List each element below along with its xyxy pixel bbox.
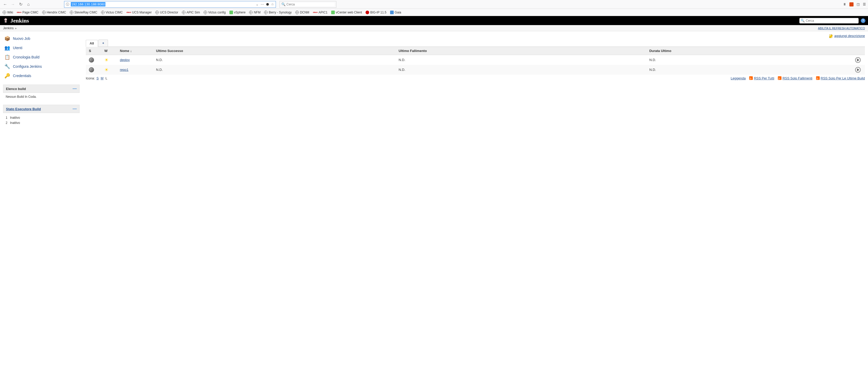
bookmark-apic1[interactable]: ciscoAPIC1	[313, 10, 328, 14]
main-content: aggiungi descrizione All + S W Nome ↓ Ul…	[83, 31, 868, 130]
svg-point-2	[6, 19, 6, 20]
rss-latest-link[interactable]: RSS Solo Per Le Ultime Build	[816, 76, 865, 80]
browser-search[interactable]: 🔍	[280, 1, 336, 8]
tabs: All +	[86, 39, 865, 47]
status-ball-icon[interactable]	[89, 57, 94, 63]
jenkins-title: Jenkins	[10, 17, 29, 24]
bookmark-dcnm[interactable]: DCNM	[295, 10, 309, 14]
build-button[interactable]	[855, 67, 861, 73]
jenkins-search-box[interactable]: 🔍	[799, 18, 859, 24]
col-last-duration[interactable]: Durata Ultimo	[646, 47, 852, 55]
history-icon: 📋	[4, 54, 10, 60]
url-text: 192.168.130.188:8080	[71, 2, 105, 6]
col-last-success[interactable]: Ultimo Successo	[153, 47, 396, 55]
bookmark-ucs-manager[interactable]: ciscoUCS Manager	[126, 10, 152, 14]
bookmark-apic-sim[interactable]: APIC Sim	[182, 10, 200, 14]
info-icon[interactable]: ⓘ	[66, 2, 69, 7]
menu-icon[interactable]: ☰	[863, 2, 866, 6]
library-icon[interactable]: ⏸	[843, 2, 846, 6]
bookmark-vsphere[interactable]: vSphere	[229, 10, 246, 14]
bookmark-hendrix[interactable]: Hendrix CIMC	[42, 10, 66, 14]
sidebar-build-history[interactable]: 📋Cronologia Build	[3, 53, 80, 62]
col-name[interactable]: Nome ↓	[117, 47, 153, 55]
bookmark-victus-cimc[interactable]: Victus CIMC	[101, 10, 123, 14]
sidebar-new-job[interactable]: 📦Nuovo Job	[3, 34, 80, 43]
globe-icon	[155, 10, 159, 14]
vcenter-icon	[331, 10, 335, 14]
col-status[interactable]: S	[86, 47, 101, 55]
table-row: ☀ repo1 N.D. N.D. N.D.	[86, 65, 865, 75]
sun-icon[interactable]: ☀	[104, 67, 108, 73]
executor-title[interactable]: Stato Esecutore Build	[6, 107, 41, 111]
bookmark-ucs-director[interactable]: UCS Director	[155, 10, 178, 14]
icon-size-m[interactable]: M	[101, 76, 103, 80]
icon-size-s[interactable]: S	[96, 76, 99, 80]
reload-button[interactable]: ↻	[18, 1, 24, 7]
legend-link[interactable]: Leggenda	[731, 76, 746, 80]
forward-button[interactable]: →	[10, 1, 16, 7]
collapse-icon[interactable]: —	[72, 107, 77, 111]
sidebar-configure[interactable]: 🔧Configura Jenkins	[3, 62, 80, 71]
search-icon: 🔍	[281, 2, 285, 6]
breadcrumb-jenkins[interactable]: Jenkins	[3, 26, 14, 30]
star-icon[interactable]: ☆	[271, 2, 274, 6]
vsphere-icon	[229, 10, 233, 14]
jenkins-logo[interactable]: Jenkins	[3, 17, 29, 24]
rss-icon	[816, 76, 820, 80]
build-button[interactable]	[855, 57, 861, 63]
cisco-icon: cisco	[17, 11, 22, 13]
ubuntu-icon[interactable]	[849, 2, 854, 6]
pocket-icon[interactable]: ⬣	[266, 2, 269, 6]
status-ball-icon[interactable]	[89, 67, 94, 73]
back-button[interactable]: ←	[2, 1, 8, 7]
rss-icon	[749, 76, 753, 80]
globe-icon	[70, 10, 73, 14]
sidebar: 📦Nuovo Job 👥Utenti 📋Cronologia Build 🔧Co…	[0, 31, 83, 130]
chevron-down-icon[interactable]: ⌄	[256, 2, 258, 6]
bookmark-nfm[interactable]: NFM	[249, 10, 260, 14]
browser-toolbar: ← → ↻ ⌂ ⓘ 192.168.130.188:8080 ⌄ ⋯ ⬣ ☆ 🔍…	[0, 0, 868, 9]
build-queue-widget: Elenco build — Nessun Build In Coda.	[3, 85, 80, 100]
bookmark-bigip[interactable]: BIG-IP 11.5	[366, 10, 386, 14]
bookmark-victus-config[interactable]: Victus config	[204, 10, 226, 14]
globe-icon	[204, 10, 207, 14]
sun-icon[interactable]: ☀	[104, 57, 108, 63]
rss-all-link[interactable]: RSS Per Tutti	[749, 76, 774, 80]
breadcrumb-separator: ▸	[15, 26, 17, 30]
rss-fail-link[interactable]: RSS Solo Fallimenti	[778, 76, 812, 80]
job-link[interactable]: repo1	[120, 68, 128, 71]
add-description-link[interactable]: aggiungi descrizione	[834, 34, 865, 38]
sidebar-credentials[interactable]: 🔑Credentials	[3, 71, 80, 81]
col-weather[interactable]: W	[101, 47, 117, 55]
users-icon: 👥	[4, 45, 10, 51]
more-icon[interactable]: ⋯	[261, 2, 264, 6]
cell-last-duration: N.D.	[646, 55, 852, 65]
help-icon[interactable]: ?	[861, 18, 865, 23]
svg-point-1	[5, 19, 5, 20]
wrench-icon: 🔧	[4, 63, 10, 69]
bookmark-berry[interactable]: Berry - Synology	[264, 10, 292, 14]
browser-search-input[interactable]	[286, 3, 335, 6]
sidebar-icon[interactable]: ◫	[857, 2, 860, 6]
col-last-failure[interactable]: Ultimo Fallimento	[396, 47, 646, 55]
executor-row: 1Inattivo	[6, 115, 77, 120]
bookmark-wiki[interactable]: Wiki	[3, 10, 13, 14]
tab-add[interactable]: +	[98, 39, 108, 47]
url-bar[interactable]: ⓘ 192.168.130.188:8080 ⌄ ⋯ ⬣ ☆	[64, 1, 276, 8]
bookmark-gaia[interactable]: Gaia	[390, 10, 401, 14]
globe-icon	[249, 10, 253, 14]
gaia-icon	[390, 10, 394, 14]
home-button[interactable]: ⌂	[25, 1, 32, 7]
auto-refresh-link[interactable]: ABILITA IL REFRESH AUTOMATICO	[818, 27, 865, 30]
bookmark-vcenter[interactable]: vCenter web Client	[331, 10, 362, 14]
job-link[interactable]: deploy	[120, 58, 130, 62]
icon-label: Icona:	[86, 76, 95, 80]
jenkins-search-input[interactable]	[806, 19, 858, 23]
tab-all[interactable]: All	[86, 40, 98, 47]
collapse-icon[interactable]: —	[72, 86, 77, 91]
executor-row: 2Inattivo	[6, 120, 77, 125]
bookmark-stevieray[interactable]: StevieRay CIMC	[70, 10, 97, 14]
sidebar-users[interactable]: 👥Utenti	[3, 43, 80, 53]
cell-last-failure: N.D.	[396, 55, 646, 65]
bookmark-page-cimc[interactable]: ciscoPage CIMC	[17, 10, 38, 14]
